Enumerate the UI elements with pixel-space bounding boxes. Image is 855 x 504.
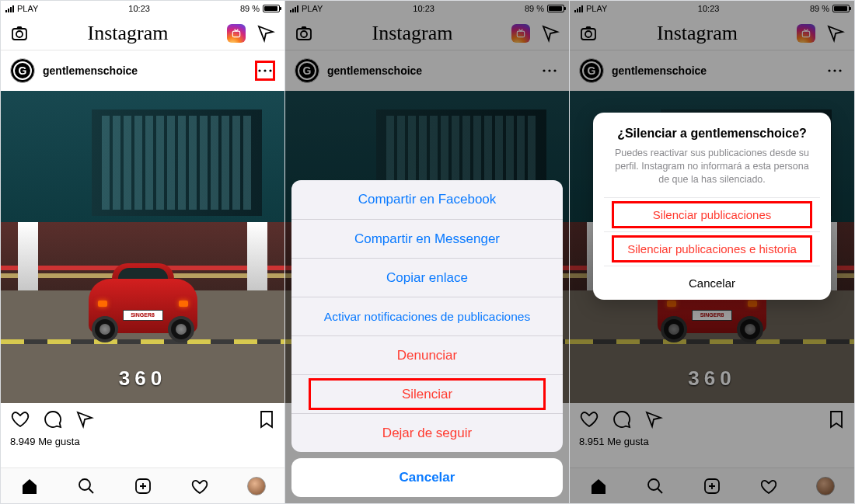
phone-panel-2: PLAY 10:23 89 % Instagram G gentlemensch… bbox=[285, 1, 570, 503]
post-options-button[interactable] bbox=[255, 61, 275, 81]
bottom-nav bbox=[1, 468, 284, 503]
sheet-cancel[interactable]: Cancelar bbox=[291, 458, 563, 497]
sheet-unfollow[interactable]: Dejar de seguir bbox=[291, 413, 563, 452]
alert-mute-posts-story[interactable]: Silenciar publicaciones e historia bbox=[604, 231, 820, 266]
triptych: PLAY 10:23 89 % Instagram G gentlemensch… bbox=[0, 0, 855, 504]
sheet-copy-link[interactable]: Copiar enlace bbox=[291, 258, 563, 297]
license-plate: SINGER8 bbox=[123, 310, 163, 321]
alert-title: ¿Silenciar a gentlemenschoice? bbox=[604, 127, 820, 141]
direct-icon[interactable] bbox=[256, 24, 275, 43]
battery-label: 89 % bbox=[240, 4, 260, 13]
sheet-report[interactable]: Denunciar bbox=[291, 335, 563, 374]
comment-icon[interactable] bbox=[43, 409, 63, 429]
igtv-button[interactable] bbox=[227, 24, 246, 43]
sheet-share-facebook[interactable]: Compartir en Facebook bbox=[291, 180, 563, 219]
likes-count[interactable]: 8.949 Me gusta bbox=[1, 436, 284, 447]
ground-marking: 360 bbox=[119, 367, 166, 391]
signal-icon bbox=[5, 5, 14, 12]
status-bar: PLAY 10:23 89 % bbox=[1, 1, 284, 16]
svg-point-4 bbox=[263, 69, 266, 71]
share-icon[interactable] bbox=[75, 410, 94, 429]
ellipsis-icon bbox=[258, 69, 272, 72]
carrier-label: PLAY bbox=[17, 4, 38, 13]
phone-panel-1: PLAY 10:23 89 % Instagram G gentlemensch… bbox=[1, 1, 285, 503]
sheet-share-messenger[interactable]: Compartir en Messenger bbox=[291, 219, 563, 258]
sheet-mute[interactable]: Silenciar bbox=[291, 374, 563, 413]
app-title: Instagram bbox=[88, 22, 169, 45]
alert-body: Puedes reactivar sus publicaciones desde… bbox=[604, 147, 820, 197]
post-actions bbox=[1, 403, 284, 436]
alert-mute-posts[interactable]: Silenciar publicaciones bbox=[604, 197, 820, 231]
post-image[interactable]: SINGER8 360 bbox=[1, 91, 284, 403]
add-post-icon[interactable] bbox=[134, 477, 152, 495]
clock-label: 10:23 bbox=[128, 4, 150, 13]
activity-icon[interactable] bbox=[190, 477, 209, 495]
action-sheet: Compartir en Facebook Compartir en Messe… bbox=[291, 180, 563, 497]
search-icon[interactable] bbox=[77, 477, 96, 495]
svg-point-6 bbox=[79, 479, 90, 490]
home-icon[interactable] bbox=[20, 477, 39, 495]
post-header: G gentlemenschoice bbox=[1, 50, 284, 91]
svg-point-1 bbox=[16, 31, 23, 37]
svg-rect-2 bbox=[232, 31, 239, 37]
igtv-icon bbox=[231, 28, 242, 39]
svg-point-3 bbox=[258, 69, 260, 71]
profile-avatar[interactable] bbox=[247, 477, 266, 495]
app-header: Instagram bbox=[1, 16, 284, 50]
svg-rect-0 bbox=[12, 29, 26, 40]
sheet-post-notifications[interactable]: Activar notificaciones de publicaciones bbox=[291, 297, 563, 335]
author-avatar[interactable]: G bbox=[10, 58, 35, 83]
mute-alert: ¿Silenciar a gentlemenschoice? Puedes re… bbox=[593, 113, 831, 300]
battery-icon bbox=[263, 5, 280, 12]
bookmark-icon[interactable] bbox=[258, 409, 275, 429]
svg-point-5 bbox=[269, 69, 271, 71]
camera-icon[interactable] bbox=[10, 24, 29, 43]
like-icon[interactable] bbox=[10, 409, 30, 429]
alert-cancel[interactable]: Cancelar bbox=[604, 266, 820, 300]
author-username[interactable]: gentlemenschoice bbox=[43, 64, 247, 77]
phone-panel-3: PLAY 10:23 89 % Instagram G gentlemensch… bbox=[570, 1, 854, 503]
